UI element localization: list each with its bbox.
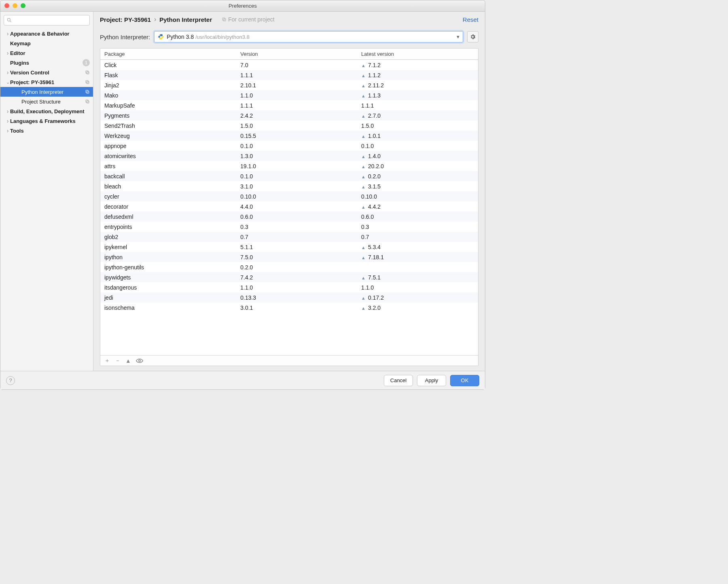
remove-package-button[interactable]: － bbox=[115, 357, 121, 364]
cell-package: ipython-genutils bbox=[100, 264, 236, 271]
cell-version: 0.1.0 bbox=[236, 173, 357, 180]
cell-latest: ▲1.4.0 bbox=[357, 153, 478, 159]
sidebar-item[interactable]: Project Structure bbox=[0, 97, 93, 106]
table-row[interactable]: ipython-genutils0.2.0 bbox=[100, 262, 478, 272]
sidebar-item[interactable]: ⌄Project: PY-35961 bbox=[0, 77, 93, 87]
gear-icon bbox=[470, 34, 476, 40]
cell-latest: ▲20.2.0 bbox=[357, 163, 478, 169]
table-row[interactable]: jedi0.13.3▲0.17.2 bbox=[100, 292, 478, 303]
col-package[interactable]: Package bbox=[100, 51, 236, 57]
sidebar-item-label: Appearance & Behavior bbox=[10, 31, 90, 37]
reset-link[interactable]: Reset bbox=[463, 16, 478, 23]
table-row[interactable]: Send2Trash1.5.01.5.0 bbox=[100, 121, 478, 131]
table-row[interactable]: atomicwrites1.3.0▲1.4.0 bbox=[100, 151, 478, 161]
cell-latest: 0.7 bbox=[357, 234, 478, 240]
cell-latest: 1.1.0 bbox=[357, 284, 478, 291]
table-row[interactable]: Mako1.1.0▲1.1.3 bbox=[100, 90, 478, 100]
col-latest[interactable]: Latest version bbox=[357, 51, 478, 57]
cell-latest: 0.10.0 bbox=[357, 193, 478, 200]
table-row[interactable]: Pygments2.4.2▲2.7.0 bbox=[100, 110, 478, 121]
sidebar-item[interactable]: ›Tools bbox=[0, 126, 93, 135]
cell-latest: ▲7.5.1 bbox=[357, 274, 478, 281]
packages-toolbar: ＋ － ▲ bbox=[100, 355, 478, 366]
svg-line-1 bbox=[10, 21, 11, 22]
table-row[interactable]: entrypoints0.30.3 bbox=[100, 222, 478, 232]
table-row[interactable]: isonschema3.0.1▲3.2.0 bbox=[100, 303, 478, 313]
cell-latest: 0.6.0 bbox=[357, 214, 478, 220]
table-row[interactable]: Werkzeug0.15.5▲1.0.1 bbox=[100, 131, 478, 141]
show-early-releases-button[interactable] bbox=[136, 358, 143, 364]
sidebar-item[interactable]: Plugins1 bbox=[0, 58, 93, 68]
breadcrumb-sep: › bbox=[154, 16, 156, 23]
cell-latest: ▲2.11.2 bbox=[357, 82, 478, 89]
cell-version: 1.1.0 bbox=[236, 284, 357, 291]
svg-point-12 bbox=[139, 360, 141, 362]
apply-button[interactable]: Apply bbox=[417, 375, 446, 386]
upgrade-available-icon: ▲ bbox=[361, 296, 366, 300]
sidebar-item[interactable]: ›Appearance & Behavior bbox=[0, 29, 93, 38]
interpreter-select[interactable]: Python 3.8 /usr/local/bin/python3.8 ▼ bbox=[154, 31, 463, 42]
zoom-window-button[interactable] bbox=[21, 3, 25, 8]
cell-latest: ▲0.2.0 bbox=[357, 173, 478, 180]
sidebar-item[interactable]: ›Editor bbox=[0, 48, 93, 58]
sidebar-item[interactable]: ›Build, Execution, Deployment bbox=[0, 106, 93, 116]
add-package-button[interactable]: ＋ bbox=[104, 357, 110, 364]
cell-version: 0.3 bbox=[236, 224, 357, 230]
settings-search-input[interactable] bbox=[4, 15, 90, 25]
close-window-button[interactable] bbox=[4, 3, 9, 8]
table-row[interactable]: defusedxml0.6.00.6.0 bbox=[100, 212, 478, 222]
cell-latest: 1.5.0 bbox=[357, 123, 478, 129]
cell-latest: ▲3.2.0 bbox=[357, 305, 478, 311]
cell-version: 3.1.0 bbox=[236, 183, 357, 190]
update-badge: 1 bbox=[83, 59, 90, 66]
table-row[interactable]: Jinja22.10.1▲2.11.2 bbox=[100, 80, 478, 90]
sidebar-item-label: Build, Execution, Deployment bbox=[10, 108, 90, 114]
minimize-window-button[interactable] bbox=[13, 3, 17, 8]
cell-package: Pygments bbox=[100, 112, 236, 119]
svg-rect-5 bbox=[86, 80, 88, 83]
interpreter-settings-button[interactable] bbox=[467, 31, 478, 42]
breadcrumb: Project: PY-35961 › Python Interpreter F… bbox=[93, 12, 485, 28]
table-row[interactable]: itsdangerous1.1.01.1.0 bbox=[100, 282, 478, 292]
sidebar-item[interactable]: Python Interpreter bbox=[0, 87, 93, 97]
table-row[interactable]: ipykernel5.1.1▲5.3.4 bbox=[100, 242, 478, 252]
upgrade-available-icon: ▲ bbox=[361, 275, 366, 280]
table-row[interactable]: backcall0.1.0▲0.2.0 bbox=[100, 171, 478, 181]
svg-rect-8 bbox=[87, 101, 89, 103]
upgrade-available-icon: ▲ bbox=[361, 73, 366, 78]
table-row[interactable]: ipython7.5.0▲7.18.1 bbox=[100, 252, 478, 262]
chevron-right-icon: › bbox=[5, 69, 10, 76]
table-row[interactable]: Click7.0▲7.1.2 bbox=[100, 60, 478, 70]
sidebar-item-label: Project: PY-35961 bbox=[10, 79, 85, 85]
cell-version: 1.1.0 bbox=[236, 92, 357, 99]
table-row[interactable]: decorator4.4.0▲4.4.2 bbox=[100, 201, 478, 212]
table-row[interactable]: glob20.70.7 bbox=[100, 232, 478, 242]
sidebar-item[interactable]: ›Version Control bbox=[0, 68, 93, 77]
table-row[interactable]: MarkupSafe1.1.11.1.1 bbox=[100, 100, 478, 110]
cell-version: 19.1.0 bbox=[236, 163, 357, 169]
table-row[interactable]: Flask1.1.1▲1.1.2 bbox=[100, 70, 478, 80]
svg-rect-7 bbox=[86, 90, 88, 93]
cell-package: isonschema bbox=[100, 305, 236, 311]
help-button[interactable]: ? bbox=[6, 376, 15, 385]
cell-version: 0.1.0 bbox=[236, 143, 357, 149]
table-row[interactable]: ipywidgets7.4.2▲7.5.1 bbox=[100, 272, 478, 282]
sidebar-item[interactable]: ›Languages & Frameworks bbox=[0, 116, 93, 126]
table-row[interactable]: bleach3.1.0▲3.1.5 bbox=[100, 181, 478, 191]
window-controls bbox=[4, 3, 25, 8]
table-row[interactable]: cycler0.10.00.10.0 bbox=[100, 191, 478, 201]
cell-version: 0.15.5 bbox=[236, 133, 357, 139]
project-scope-note: For current project bbox=[222, 16, 274, 23]
python-icon bbox=[158, 34, 164, 40]
cell-package: appnope bbox=[100, 143, 236, 149]
table-row[interactable]: appnope0.1.00.1.0 bbox=[100, 141, 478, 151]
table-row[interactable]: attrs19.1.0▲20.2.0 bbox=[100, 161, 478, 171]
cancel-button[interactable]: Cancel bbox=[384, 375, 413, 386]
upgrade-package-button[interactable]: ▲ bbox=[125, 358, 131, 364]
sidebar-item[interactable]: Keymap bbox=[0, 38, 93, 48]
cell-latest: ▲1.0.1 bbox=[357, 133, 478, 139]
cell-latest: ▲7.1.2 bbox=[357, 62, 478, 68]
col-version[interactable]: Version bbox=[236, 51, 357, 57]
chevron-right-icon: › bbox=[5, 127, 10, 134]
ok-button[interactable]: OK bbox=[450, 375, 479, 386]
